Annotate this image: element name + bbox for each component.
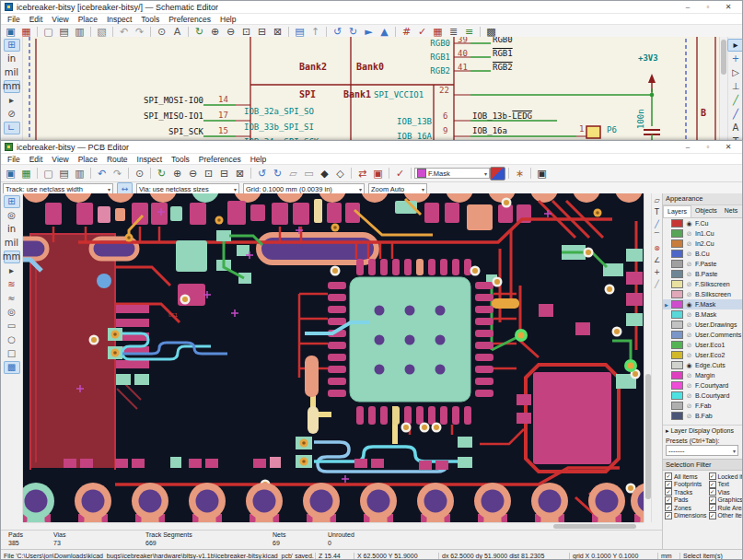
units-inches-button[interactable]: in bbox=[4, 223, 20, 236]
visibility-icon[interactable]: ◉ bbox=[685, 362, 693, 369]
delete-tool-icon[interactable]: ⊗ bbox=[652, 243, 662, 254]
layer-row[interactable]: ⊘User.Eco2 bbox=[663, 350, 742, 360]
layer-row[interactable]: ⊘B.Silkscreen bbox=[663, 289, 742, 299]
layer-color-swatch[interactable] bbox=[671, 260, 683, 268]
menu-place[interactable]: Place bbox=[74, 15, 102, 24]
pin-name[interactable]: P6 bbox=[607, 125, 617, 134]
measure-tool-icon[interactable]: ∠ bbox=[652, 255, 662, 266]
layer-row[interactable]: ⊘B.Courtyard bbox=[663, 391, 742, 401]
layer-color-swatch[interactable] bbox=[671, 412, 683, 420]
pcb-titlebar[interactable]: icebreaker-bitsy — PCB Editor – ▫ ✕ bbox=[1, 141, 742, 154]
ratsnest-icon[interactable]: ∗ bbox=[512, 167, 528, 181]
refresh-icon[interactable]: ↻ bbox=[154, 167, 169, 181]
filter-item[interactable]: ✓All items bbox=[665, 472, 707, 481]
visibility-icon[interactable]: ⊘ bbox=[685, 372, 693, 379]
tab-objects[interactable]: Objects bbox=[691, 205, 721, 217]
layer-color-swatch[interactable] bbox=[671, 219, 683, 228]
net-label[interactable]: RGB1 bbox=[493, 49, 513, 58]
visibility-icon[interactable]: ⊘ bbox=[685, 342, 693, 349]
layer-row[interactable]: ⊘B.Cu bbox=[663, 249, 742, 259]
presets-dropdown[interactable]: ------- ▾ bbox=[666, 445, 738, 456]
redo-icon[interactable]: ↷ bbox=[110, 167, 125, 181]
layer-row[interactable]: ⊘In1.Cu bbox=[663, 228, 742, 239]
layer-color-swatch[interactable] bbox=[671, 351, 683, 359]
pin-number[interactable]: 9 bbox=[443, 126, 447, 135]
select-tool-icon[interactable]: ▸ bbox=[727, 39, 743, 52]
layer-row[interactable]: ⊘User.Eco1 bbox=[663, 340, 742, 350]
pin-name[interactable]: SPI_VCCIO1 bbox=[374, 90, 424, 99]
footprint-editor-icon[interactable]: ▣ bbox=[370, 167, 386, 181]
filter-item[interactable]: ✓Zones bbox=[665, 504, 707, 512]
net-label[interactable]: RGB0 bbox=[493, 37, 513, 44]
units-inches-button[interactable]: in bbox=[4, 52, 20, 65]
menu-preferences[interactable]: Preferences bbox=[164, 15, 215, 24]
cursor-shape-icon[interactable]: ▸ bbox=[4, 264, 20, 277]
visibility-icon[interactable]: ⊘ bbox=[685, 230, 693, 238]
lock-icon[interactable]: ◆ bbox=[317, 167, 332, 181]
net-label[interactable]: SPI_MOSI-IO0 bbox=[115, 96, 203, 105]
menu-help[interactable]: Help bbox=[215, 15, 240, 24]
update-pcb-from-schematic-icon[interactable]: ⇄ bbox=[354, 167, 370, 181]
layer-row[interactable]: ⊘User.Comments bbox=[663, 330, 742, 340]
filter-item[interactable]: ✓Graphics bbox=[709, 496, 743, 505]
undo-icon[interactable]: ↶ bbox=[94, 167, 110, 181]
units-mils-button[interactable]: mil bbox=[4, 237, 20, 250]
layer-row[interactable]: ◉F.Cu bbox=[663, 218, 742, 228]
net-label[interactable]: RGB2 bbox=[493, 63, 513, 72]
arc-tool-icon[interactable]: ⌒ bbox=[652, 231, 662, 242]
zoom-in-icon[interactable]: ⊕ bbox=[169, 167, 185, 181]
text-tool-icon[interactable]: T bbox=[652, 207, 662, 218]
minimize-button[interactable]: – bbox=[678, 2, 698, 13]
menu-edit[interactable]: Edit bbox=[25, 15, 48, 24]
filter-item[interactable]: ✓Rule Areas bbox=[709, 504, 743, 512]
layer-row[interactable]: ⊘B.Fab bbox=[663, 411, 742, 421]
layer-color-swatch[interactable] bbox=[671, 402, 683, 410]
ungroup-icon[interactable]: ▭ bbox=[301, 167, 317, 181]
layer-color-swatch[interactable] bbox=[671, 239, 683, 248]
vias-outline-icon[interactable]: ○ bbox=[4, 333, 20, 346]
cursor-shape-icon[interactable]: ▸ bbox=[4, 94, 20, 107]
rotate-ccw-icon[interactable]: ↺ bbox=[254, 167, 270, 181]
layer-color-swatch[interactable] bbox=[671, 270, 683, 278]
unlock-icon[interactable]: ◇ bbox=[332, 167, 348, 181]
filter-item[interactable]: ✓Pads bbox=[665, 496, 707, 505]
visibility-icon[interactable]: ⊘ bbox=[685, 382, 693, 390]
schematic-canvas[interactable]: Bank2Bank0SPIBank1SPI_VCCIO122RGB0RGB1RG… bbox=[23, 37, 719, 142]
layer-color-swatch[interactable] bbox=[671, 310, 683, 319]
visibility-icon[interactable]: ⊘ bbox=[685, 240, 693, 248]
filter-item[interactable]: ✓Footprints bbox=[665, 481, 707, 489]
pin-name[interactable]: RGB0 bbox=[419, 39, 450, 48]
visibility-icon[interactable]: ⊘ bbox=[685, 291, 693, 298]
add-symbol-tool-icon[interactable]: ▷ bbox=[727, 66, 743, 79]
filter-item[interactable]: ✓Vias bbox=[709, 488, 743, 496]
checkbox-checked-icon[interactable]: ✓ bbox=[665, 504, 672, 511]
menu-view[interactable]: View bbox=[47, 15, 73, 24]
hidden-pins-icon[interactable]: ⊘ bbox=[4, 108, 20, 121]
tab-nets[interactable]: Nets bbox=[721, 205, 741, 217]
ratsnest-curved-icon[interactable]: ≈ bbox=[4, 292, 20, 305]
bus-tool-icon[interactable]: ╱ bbox=[727, 108, 743, 121]
layer-row[interactable]: ⊘F.Paste bbox=[663, 259, 742, 269]
checkbox-checked-icon[interactable]: ✓ bbox=[709, 488, 716, 496]
pin-number[interactable]: 14 bbox=[218, 95, 228, 104]
ratsnest-hide-icon[interactable]: ≋ bbox=[4, 278, 20, 291]
close-button[interactable]: ✕ bbox=[718, 142, 738, 153]
filter-item[interactable]: ✓Text bbox=[709, 481, 743, 489]
zones-display-icon[interactable]: ▩ bbox=[4, 361, 20, 374]
pin-number[interactable]: 15 bbox=[218, 126, 228, 135]
pads-outline-icon[interactable]: □ bbox=[4, 347, 20, 360]
pin-number[interactable]: 22 bbox=[439, 86, 449, 95]
checkbox-checked-icon[interactable]: ✓ bbox=[709, 496, 716, 504]
pin-name[interactable]: RGB1 bbox=[419, 52, 450, 62]
drc-icon[interactable]: ✓ bbox=[392, 167, 408, 181]
zoom-page-icon[interactable]: ⊟ bbox=[216, 167, 232, 181]
layer-display-options[interactable]: ▸ Layer Display Options bbox=[663, 425, 742, 437]
layer-color-swatch[interactable] bbox=[671, 250, 683, 258]
layer-row[interactable]: ⊘B.Mask bbox=[663, 309, 742, 320]
print-icon[interactable]: ▤ bbox=[56, 167, 72, 181]
layer-row[interactable]: ⊘F.Fab bbox=[663, 401, 742, 411]
menu-tools[interactable]: Tools bbox=[136, 15, 164, 24]
checkbox-checked-icon[interactable]: ✓ bbox=[709, 481, 716, 488]
layer-row[interactable]: ⊘F.Courtyard bbox=[663, 380, 742, 391]
origin-tool-icon[interactable]: + bbox=[652, 267, 662, 278]
